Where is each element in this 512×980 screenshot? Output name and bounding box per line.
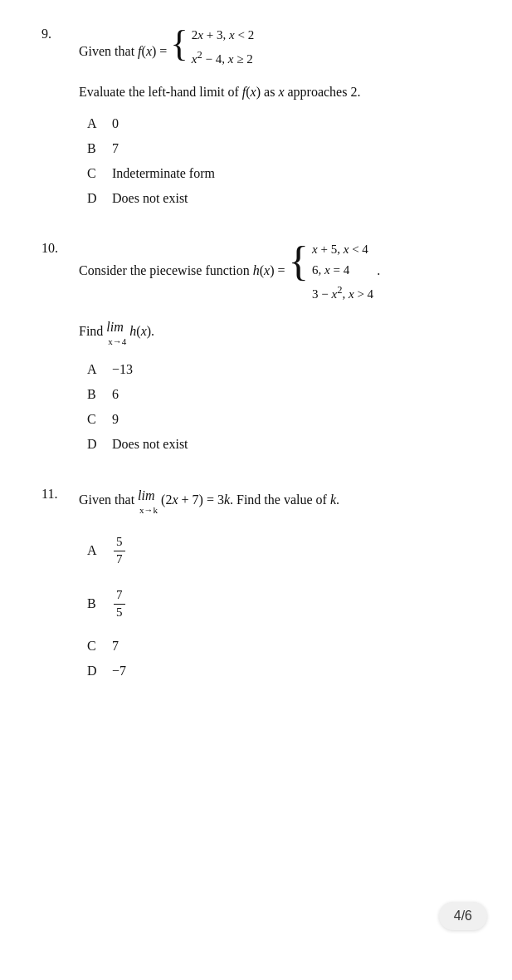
q11-optA-den: 7 bbox=[114, 551, 125, 568]
q10-content: Consider the piecewise function h(x) = {… bbox=[79, 239, 479, 463]
page-badge: 4/6 bbox=[439, 902, 487, 930]
q10-options: A −13 B 6 C 9 D Does not exist bbox=[87, 362, 479, 452]
q9-optD-value: Does not exist bbox=[112, 191, 188, 206]
q9-optC-value: Indeterminate form bbox=[112, 166, 215, 181]
q10-optD-value: Does not exist bbox=[112, 437, 188, 452]
question-10: 10. Consider the piecewise function h(x)… bbox=[41, 239, 479, 463]
q9-number: 9. bbox=[41, 25, 79, 216]
q11-optB-num: 7 bbox=[114, 587, 125, 605]
q9-optD-letter: D bbox=[87, 191, 112, 206]
q11-optB-value: 7 5 bbox=[112, 586, 127, 622]
q10-number: 10. bbox=[41, 239, 79, 463]
q9-optC: C Indeterminate form bbox=[87, 166, 479, 181]
q9-stem-prefix: Given that bbox=[79, 44, 138, 58]
q9-cases: 2x + 3, x < 2 x2 − 4, x ≥ 2 bbox=[192, 25, 254, 70]
q10-piecewise: { x + 5, x < 4 6, x = 4 3 − x2, x > 4 bbox=[289, 239, 374, 306]
q9-eval: Evaluate the left-hand limit of f(x) Eva… bbox=[79, 81, 479, 103]
q11-optD-letter: D bbox=[87, 664, 112, 679]
q11-optA: A 5 7 bbox=[87, 532, 479, 569]
q10-stem: Consider the piecewise function h(x) = {… bbox=[79, 239, 479, 306]
q10-find: Find lim x→4 h(x). bbox=[79, 316, 479, 349]
q11-optA-value: 5 7 bbox=[112, 532, 127, 569]
q10-case3: 3 − x2, x > 4 bbox=[312, 282, 373, 306]
q10-optC-value: 9 bbox=[112, 412, 119, 427]
q10-hx: h bbox=[253, 263, 260, 277]
q9-optB-letter: B bbox=[87, 141, 112, 156]
q9-options: A 0 B 7 C Indeterminate form D Does not … bbox=[87, 116, 479, 206]
q11-optC-letter: C bbox=[87, 639, 112, 654]
q10-optA-letter: A bbox=[87, 362, 112, 377]
question-9: 9. Given that f(x) = { 2x + 3, x < 2 x2 … bbox=[41, 25, 479, 216]
q10-optB-letter: B bbox=[87, 387, 112, 402]
q10-optD: D Does not exist bbox=[87, 437, 479, 452]
q10-optD-letter: D bbox=[87, 437, 112, 452]
q9-optA-letter: A bbox=[87, 116, 112, 131]
q11-number: 11. bbox=[41, 485, 79, 688]
q11-stem: Given that lim x→k (2x + 7) = 3k. Find t… bbox=[79, 485, 479, 517]
q9-optA: A 0 bbox=[87, 116, 479, 131]
q11-optD: D −7 bbox=[87, 664, 479, 679]
q11-optA-num: 5 bbox=[114, 534, 125, 551]
q9-optB: B 7 bbox=[87, 141, 479, 156]
q10-case2: 6, x = 4 bbox=[312, 260, 373, 282]
q9-optA-value: 0 bbox=[112, 116, 119, 131]
q10-hx-x: x bbox=[264, 263, 270, 277]
q10-optA-value: −13 bbox=[112, 362, 133, 377]
q11-content: Given that lim x→k (2x + 7) = 3k. Find t… bbox=[79, 485, 479, 688]
q9-stem: Given that f(x) = { 2x + 3, x < 2 x2 − 4… bbox=[79, 25, 479, 70]
q11-optB-fraction: 7 5 bbox=[114, 587, 125, 620]
q10-optC: C 9 bbox=[87, 412, 479, 427]
q11-optB-letter: B bbox=[87, 596, 112, 611]
q9-optD: D Does not exist bbox=[87, 191, 479, 206]
q11-options: A 5 7 B 7 5 C 7 bbox=[87, 532, 479, 679]
q11-optB: B 7 5 bbox=[87, 586, 479, 622]
q11-optD-value: −7 bbox=[112, 664, 126, 679]
q11-lim: lim x→k bbox=[138, 485, 158, 517]
q10-lim: lim x→4 bbox=[106, 316, 126, 349]
q11-optB-den: 5 bbox=[114, 605, 125, 621]
q10-case1: x + 5, x < 4 bbox=[312, 239, 373, 261]
q11-stem-prefix: Given that bbox=[79, 493, 138, 507]
q11-optC: C 7 bbox=[87, 639, 479, 654]
q9-content: Given that f(x) = { 2x + 3, x < 2 x2 − 4… bbox=[79, 25, 479, 216]
q11-stem-suffix: . Find the value of bbox=[230, 493, 330, 507]
q10-optC-letter: C bbox=[87, 412, 112, 427]
q10-optB-value: 6 bbox=[112, 387, 119, 402]
q9-case1: 2x + 3, x < 2 bbox=[192, 25, 254, 47]
q11-optA-fraction: 5 7 bbox=[114, 534, 125, 567]
q9-fx: f bbox=[138, 44, 141, 58]
q10-optA: A −13 bbox=[87, 362, 479, 377]
q10-brace: { bbox=[289, 239, 310, 306]
q9-piecewise: { 2x + 3, x < 2 x2 − 4, x ≥ 2 bbox=[170, 25, 254, 70]
question-11: 11. Given that lim x→k (2x + 7) = 3k. Fi… bbox=[41, 485, 479, 688]
q10-stem-prefix: Consider the piecewise function bbox=[79, 263, 253, 277]
q9-x: x bbox=[146, 44, 152, 58]
q9-optC-letter: C bbox=[87, 166, 112, 181]
q9-brace: { bbox=[170, 25, 188, 70]
q9-case2: x2 − 4, x ≥ 2 bbox=[192, 47, 254, 71]
q10-optB: B 6 bbox=[87, 387, 479, 402]
q11-optA-letter: A bbox=[87, 543, 112, 558]
q9-optB-value: 7 bbox=[112, 141, 119, 156]
q11-optC-value: 7 bbox=[112, 639, 119, 654]
q10-cases: x + 5, x < 4 6, x = 4 3 − x2, x > 4 bbox=[312, 239, 373, 306]
